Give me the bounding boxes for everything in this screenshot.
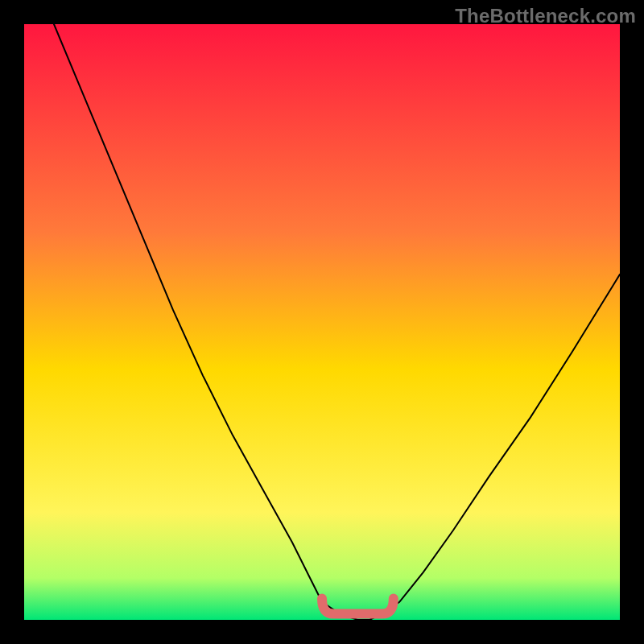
plot-background: [24, 24, 620, 620]
chart-frame: TheBottleneck.com: [0, 0, 644, 644]
bottleneck-chart: [24, 24, 620, 620]
watermark-text: TheBottleneck.com: [455, 5, 636, 27]
